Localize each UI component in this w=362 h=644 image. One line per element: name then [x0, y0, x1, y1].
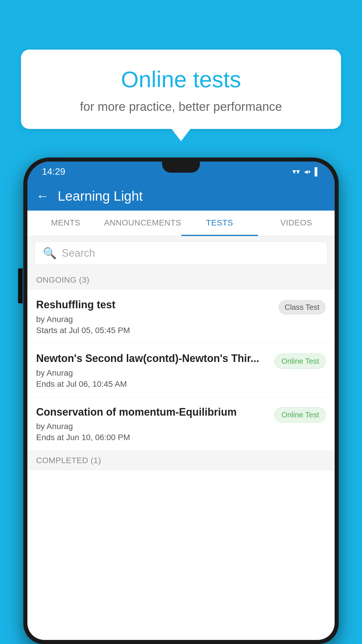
test-name-3: Conservation of momentum-Equilibrium: [36, 405, 269, 419]
ongoing-section-header: ONGOING (3): [27, 270, 335, 290]
wifi-icon: ▾▾: [292, 167, 300, 176]
test-date-2: Ends at Jul 06, 10:45 AM: [36, 379, 269, 389]
tab-tests[interactable]: TESTS: [181, 211, 258, 236]
test-by-1: by Anurag: [36, 315, 273, 324]
phone-notch: [162, 162, 200, 173]
test-badge-2: Online Test: [275, 354, 326, 369]
completed-section-header: COMPLETED (1): [27, 451, 335, 470]
app-title: Learning Light: [58, 188, 143, 204]
status-time: 14:29: [42, 166, 65, 177]
test-date-1: Starts at Jul 05, 05:45 PM: [36, 326, 273, 335]
battery-icon: ▌: [315, 167, 320, 176]
tab-announcements[interactable]: ANNOUNCEMENTS: [104, 211, 181, 236]
search-icon: 🔍: [43, 247, 57, 260]
search-input[interactable]: Search: [62, 247, 95, 259]
signal-icon: ◂▪: [304, 167, 310, 176]
phone-device: 14:29 ▾▾ ◂▪ ▌ ← Learning Light MENTS ANN…: [23, 158, 339, 644]
test-by-2: by Anurag: [36, 368, 269, 378]
test-item-3[interactable]: Conservation of momentum-Equilibrium by …: [27, 397, 335, 451]
bubble-subtitle: for more practice, better performance: [38, 100, 324, 114]
test-item-1[interactable]: Reshuffling test by Anurag Starts at Jul…: [27, 290, 335, 344]
search-container: 🔍 Search: [27, 236, 335, 270]
test-info-3: Conservation of momentum-Equilibrium by …: [36, 405, 275, 442]
test-name-2: Newton's Second law(contd)-Newton's Thir…: [36, 352, 269, 365]
back-button[interactable]: ←: [36, 189, 49, 203]
test-name-1: Reshuffling test: [36, 298, 273, 312]
app-header: ← Learning Light: [27, 181, 335, 211]
bubble-title: Online tests: [38, 66, 324, 93]
test-badge-3: Online Test: [275, 407, 326, 423]
tab-ments[interactable]: MENTS: [27, 211, 104, 236]
phone-screen: 14:29 ▾▾ ◂▪ ▌ ← Learning Light MENTS ANN…: [27, 162, 335, 640]
test-info-2: Newton's Second law(contd)-Newton's Thir…: [36, 352, 275, 389]
tab-videos[interactable]: VIDEOS: [258, 211, 335, 236]
test-date-3: Ends at Jun 10, 06:00 PM: [36, 433, 269, 442]
speech-bubble: Online tests for more practice, better p…: [21, 50, 341, 129]
status-icons: ▾▾ ◂▪ ▌: [292, 167, 320, 176]
test-item-2[interactable]: Newton's Second law(contd)-Newton's Thir…: [27, 344, 335, 397]
test-badge-1: Class Test: [278, 300, 326, 315]
test-info-1: Reshuffling test by Anurag Starts at Jul…: [36, 298, 278, 335]
tab-bar: MENTS ANNOUNCEMENTS TESTS VIDEOS: [27, 211, 335, 236]
tests-list: Reshuffling test by Anurag Starts at Jul…: [27, 290, 335, 451]
test-by-3: by Anurag: [36, 422, 269, 431]
search-bar[interactable]: 🔍 Search: [34, 242, 328, 265]
